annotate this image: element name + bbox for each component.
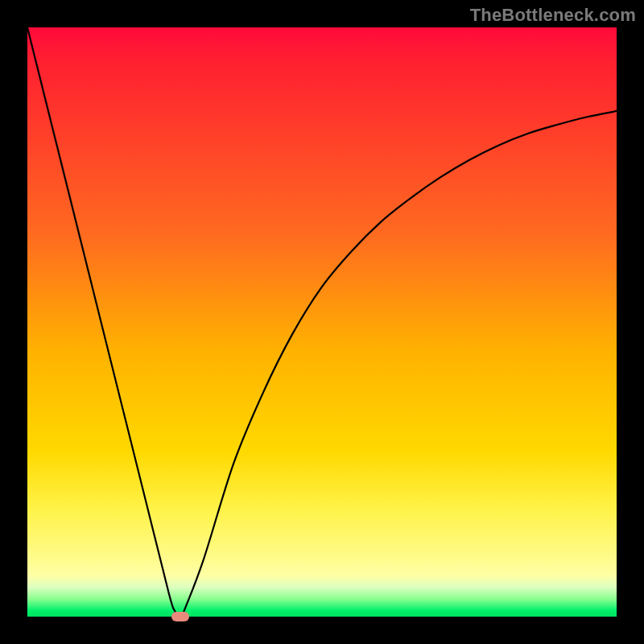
- watermark-text: TheBottleneck.com: [470, 5, 636, 26]
- curve-svg: [27, 27, 617, 617]
- plot-area: [27, 27, 617, 617]
- chart-frame: TheBottleneck.com: [0, 0, 644, 644]
- bottleneck-curve: [27, 27, 617, 617]
- minimum-marker: [171, 612, 189, 621]
